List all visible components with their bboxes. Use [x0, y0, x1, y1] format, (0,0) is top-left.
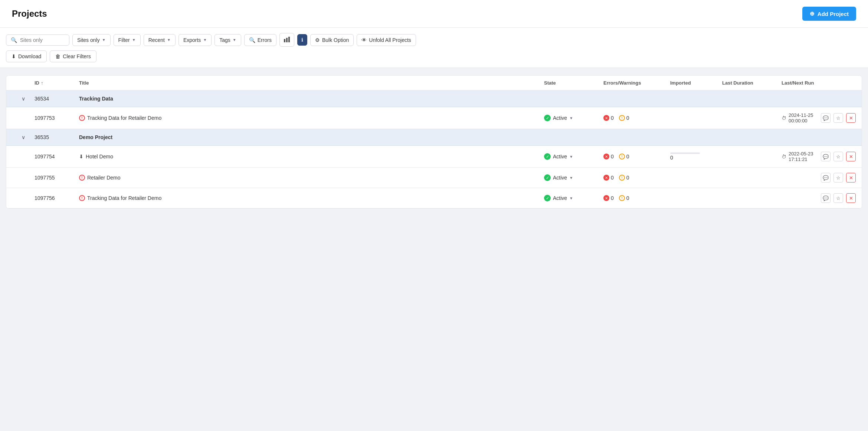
row-state: ✓ Active ▼ [544, 195, 603, 201]
star-button[interactable]: ☆ [833, 173, 843, 182]
clear-filters-button[interactable]: 🗑 Clear Filters [50, 50, 96, 62]
row-state: ✓ Active ▼ [544, 153, 603, 160]
row-title: ! Tracking Data for Retailer Demo [79, 115, 544, 121]
star-button[interactable]: ☆ [833, 113, 843, 123]
star-button[interactable]: ☆ [833, 152, 843, 161]
group-collapse-button[interactable]: ∨ [12, 134, 35, 140]
chevron-down-icon: ▼ [167, 38, 171, 42]
table-row: 1097754 ⬇ Hotel Demo ✓ Active ▼ ✕ 0 ! 0 [6, 146, 862, 168]
state-dropdown-icon[interactable]: ▼ [569, 196, 573, 200]
row-errors: ✕ 0 ! 0 [603, 195, 670, 201]
row-errors: ✕ 0 ! 0 [603, 115, 670, 121]
state-dropdown-icon[interactable]: ▼ [569, 116, 573, 120]
svg-rect-2 [288, 37, 290, 42]
bulk-option-button[interactable]: ⚙ Bulk Option [310, 34, 354, 46]
download-button[interactable]: ⬇ Download [6, 50, 47, 62]
col-header-errors: Errors/Warnings [603, 80, 670, 86]
comment-button[interactable]: 💬 [821, 193, 831, 203]
exports-dropdown[interactable]: Exports ▼ [178, 34, 212, 46]
star-button[interactable]: ☆ [833, 193, 843, 203]
svg-rect-0 [284, 39, 285, 42]
col-header-expand [12, 80, 35, 86]
chevron-down-icon: ▼ [233, 38, 236, 42]
row-errors: ✕ 0 ! 0 [603, 175, 670, 181]
group-id: 36535 [35, 134, 79, 140]
errors-button[interactable]: 🔍 Errors [244, 34, 276, 46]
bar-chart-button[interactable] [279, 33, 294, 47]
info-icon: ! [79, 175, 85, 181]
chevron-down-icon: ▼ [132, 38, 136, 42]
table-header: ID ↑ Title State Errors/Warnings Importe… [6, 76, 862, 91]
filter-dropdown[interactable]: Filter ▼ [114, 34, 141, 46]
row-run: 💬 ☆ ✕ [782, 173, 856, 182]
row-run: 💬 ☆ ✕ [782, 193, 856, 203]
sites-only-dropdown[interactable]: Sites only ▼ [72, 34, 111, 46]
search-box: 🔍 [6, 34, 69, 46]
search-icon: 🔍 [249, 37, 255, 43]
active-status-icon: ✓ [544, 115, 551, 121]
info-icon: ! [79, 195, 85, 201]
page-title: Projects [12, 9, 47, 19]
group-row: ∨ 36535 Demo Project [6, 129, 862, 146]
row-id: 1097755 [35, 175, 79, 181]
add-icon: ⊕ [810, 10, 815, 17]
remove-button[interactable]: ✕ [846, 193, 856, 203]
active-status-icon: ✓ [544, 153, 551, 160]
col-header-state: State [544, 80, 603, 86]
group-collapse-button[interactable]: ∨ [12, 96, 35, 102]
comment-button[interactable]: 💬 [821, 113, 831, 123]
trash-icon: 🗑 [55, 53, 60, 59]
row-state: ✓ Active ▼ [544, 115, 603, 121]
error-icon: ✕ [603, 175, 609, 181]
group-title: Tracking Data [79, 96, 544, 102]
active-status-icon: ✓ [544, 195, 551, 201]
toolbar-row-1: 🔍 Sites only ▼ Filter ▼ Recent ▼ Exports… [6, 33, 862, 47]
remove-button[interactable]: ✕ [846, 152, 856, 161]
state-dropdown-icon[interactable]: ▼ [569, 155, 573, 159]
group-title: Demo Project [79, 134, 544, 140]
warning-icon: ! [619, 175, 625, 181]
table-row: 1097756 ! Tracking Data for Retailer Dem… [6, 188, 862, 208]
table-row: 1097755 ! Retailer Demo ✓ Active ▼ ✕ 0 !… [6, 168, 862, 188]
remove-button[interactable]: ✕ [846, 173, 856, 182]
chevron-down-icon: ▼ [203, 38, 207, 42]
row-title: ! Retailer Demo [79, 175, 544, 181]
error-icon: ✕ [603, 115, 609, 121]
col-header-imported: Imported [670, 80, 722, 86]
col-header-run: Last/Next Run [782, 80, 856, 86]
row-run: ⏱ 2024-11-25 00:00:00 💬 ☆ ✕ [782, 112, 856, 124]
search-input[interactable] [20, 37, 65, 43]
row-title: ! Tracking Data for Retailer Demo [79, 195, 544, 201]
row-id: 1097754 [35, 154, 79, 159]
comment-button[interactable]: 💬 [821, 173, 831, 182]
eye-icon: 👁 [361, 37, 367, 43]
state-dropdown-icon[interactable]: ▼ [569, 176, 573, 180]
unfold-all-projects-button[interactable]: 👁 Unfold All Projects [357, 34, 416, 46]
toolbar-row-2: ⬇ Download 🗑 Clear Filters [6, 50, 862, 62]
sliders-icon: ⚙ [315, 37, 320, 43]
svg-rect-1 [286, 38, 288, 42]
col-header-duration: Last Duration [722, 80, 782, 86]
recent-dropdown[interactable]: Recent ▼ [144, 34, 176, 46]
tags-dropdown[interactable]: Tags ▼ [214, 34, 241, 46]
table-row: 1097753 ! Tracking Data for Retailer Dem… [6, 107, 862, 129]
comment-button[interactable]: 💬 [821, 152, 831, 161]
error-icon: ✕ [603, 195, 609, 201]
info-button[interactable]: ℹ [297, 34, 307, 46]
row-title: ⬇ Hotel Demo [79, 154, 544, 159]
content-area: ID ↑ Title State Errors/Warnings Importe… [0, 68, 868, 216]
col-header-id[interactable]: ID ↑ [35, 80, 79, 86]
row-state: ✓ Active ▼ [544, 174, 603, 181]
row-run: ⏱ 2022-05-23 17:11:21 💬 ☆ ✕ [782, 151, 856, 162]
row-id: 1097756 [35, 195, 79, 201]
row-id: 1097753 [35, 115, 79, 121]
progress-bar [670, 152, 700, 154]
add-project-button[interactable]: ⊕ Add Project [802, 7, 856, 21]
download-icon: ⬇ [12, 53, 16, 59]
info-icon: ℹ [301, 37, 303, 43]
error-icon: ✕ [603, 154, 609, 159]
active-status-icon: ✓ [544, 174, 551, 181]
remove-button[interactable]: ✕ [846, 113, 856, 123]
clock-icon: ⏱ [782, 154, 786, 159]
row-errors: ✕ 0 ! 0 [603, 154, 670, 159]
